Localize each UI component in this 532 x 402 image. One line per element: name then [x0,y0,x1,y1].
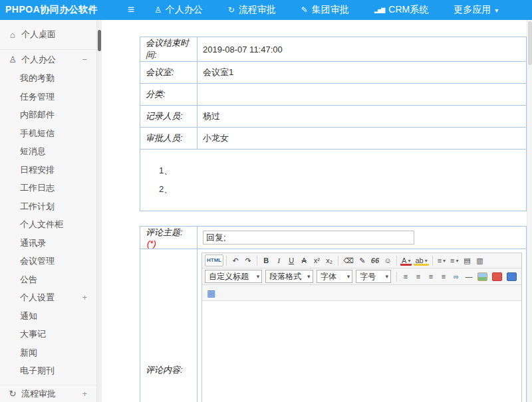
nav-label: 更多应用 [454,4,491,16]
sidebar-item[interactable]: 电子期刊 [0,361,96,380]
field-label: 会议室: [140,62,198,84]
sidebar-item[interactable]: 个人设置+ [0,288,96,307]
horizontal-rule-button[interactable]: — [463,270,475,282]
sidebar-section-personal-office[interactable]: ♙ 个人办公 − [0,50,96,69]
nav-item-personal-office[interactable]: ♙ 个人办公 [154,4,203,16]
bar-chart-icon: ▂▅▇ [374,7,384,13]
app-title: PHPOA协同办公软件 [0,4,128,16]
sidebar-scrollbar-thumb[interactable] [98,30,101,51]
sidebar-section-label: 流程审批 [21,388,56,400]
sidebar-item[interactable]: 公告 [0,270,96,289]
content-line: 2、 [159,180,526,199]
person-icon: ♙ [154,5,162,15]
eraser-icon[interactable]: ⌫ [341,254,356,266]
blockquote-button[interactable]: 66 [369,254,381,266]
insert-image-icon[interactable] [477,272,487,281]
sidebar-item[interactable]: 工作计划 [0,197,96,216]
font-size-select[interactable]: 字号 [356,270,391,283]
document-alt-icon[interactable]: ▥ [474,254,486,266]
unordered-list-button[interactable]: ≡ [448,254,460,266]
font-color-button[interactable]: A [400,254,412,266]
custom-heading-select[interactable]: 自定义标题 [205,270,262,283]
comment-subject-label: 评论主题:(*) [140,227,198,249]
field-value: 小龙女 [198,128,527,150]
attachment-icon[interactable] [507,272,517,281]
sidebar-scrollbar[interactable] [97,20,102,402]
align-justify-button[interactable]: ≡ [438,270,450,282]
collapse-icon[interactable]: − [82,54,87,64]
sidebar-item[interactable]: 会议管理 [0,252,96,270]
emoticon-icon[interactable]: ☺ [382,254,394,266]
expand-icon[interactable]: + [82,389,87,399]
html-source-button[interactable]: HTML [205,254,223,266]
sidebar-item[interactable]: 日程安排 [0,161,96,179]
sidebar-item[interactable]: 工作日志 [0,179,96,197]
nav-item-workflow-approval[interactable]: ↻ 流程审批 [228,4,276,16]
undo-icon[interactable]: ↶ [229,254,241,266]
sidebar-item[interactable]: 新闻 [0,344,96,362]
underline-button[interactable]: U [285,254,297,266]
sidebar-item-desktop[interactable]: ⌂ 个人桌面 [0,20,96,50]
nav-item-group-approval[interactable]: ✎ 集团审批 [301,4,349,16]
separator [432,256,433,266]
separator [257,256,257,266]
sidebar-item[interactable]: 任务管理 [0,88,96,106]
background-color-button[interactable]: ab [413,254,429,266]
nav-item-crm[interactable]: ▂▅▇ CRM系统 [374,4,428,16]
comment-editor-cell: HTML ↶ ↷ B I U A x² x₂ ⌫ ✎ 66 [198,249,527,402]
table-row: 会议结束时间: 2019-08-07 11:47:00 [140,37,527,62]
topbar: PHPOA协同办公软件 ≡ ♙ 个人办公 ↻ 流程审批 ✎ 集团审批 ▂▅▇ C… [0,0,532,20]
main-scrollbar[interactable] [527,20,532,402]
expand-icon[interactable]: + [82,288,87,307]
redo-icon[interactable]: ↷ [242,254,254,266]
align-left-button[interactable]: ≡ [400,270,412,282]
sidebar-item[interactable]: 通知 [0,307,96,326]
table-row: 评论内容: HTML ↶ ↷ B I U A x² x [140,249,527,402]
sidebar-item[interactable]: 通讯录 [0,234,96,252]
field-value: 2019-08-07 11:47:00 [198,37,527,62]
top-nav: ♙ 个人办公 ↻ 流程审批 ✎ 集团审批 ▂▅▇ CRM系统 更多应用 ▾ [154,4,498,16]
ordered-list-button[interactable]: ≡ [436,254,448,266]
paragraph-format-select[interactable]: 段落格式 [265,270,313,283]
link-icon[interactable]: ∞ [450,270,462,282]
field-value [198,84,527,106]
sidebar-item[interactable]: 大事记 [0,325,96,344]
separator [396,256,397,266]
sidebar-item[interactable]: 我的考勤 [0,69,96,88]
document-icon[interactable]: ▤ [462,254,473,266]
insert-media-icon[interactable] [492,272,502,281]
nav-label: 个人办公 [166,4,203,16]
editor-toolbar-row3: ▦ [202,285,521,301]
align-right-button[interactable]: ≡ [425,270,437,282]
sidebar-item[interactable]: 手机短信 [0,124,96,143]
font-family-select[interactable]: 字体 [317,270,353,283]
comment-subject-cell [198,227,527,249]
comment-content-label: 评论内容: [140,249,198,402]
main-scrollbar-thumb[interactable] [528,21,532,65]
editor-toolbar-row1: HTML ↶ ↷ B I U A x² x₂ ⌫ ✎ 66 [202,253,521,268]
menu-icon[interactable]: ≡ [128,3,134,17]
align-center-button[interactable]: ≡ [412,270,424,282]
field-label: 会议结束时间: [140,37,198,62]
bold-button[interactable]: B [260,254,272,266]
chevron-down-icon: ▾ [495,7,498,14]
separator [396,272,397,282]
subscript-button[interactable]: x₂ [323,254,335,266]
home-icon: ⌂ [4,30,21,40]
comment-subject-input[interactable] [203,231,414,245]
italic-button[interactable]: I [273,254,285,266]
comment-content-editor[interactable] [202,301,521,402]
meeting-content-cell: 1、 2、 [140,150,527,211]
format-brush-icon[interactable]: ✎ [356,254,368,266]
field-value: 会议室1 [198,62,527,84]
nav-item-more-apps[interactable]: 更多应用 ▾ [454,4,498,16]
meeting-detail-table: 会议结束时间: 2019-08-07 11:47:00 会议室: 会议室1 分类… [140,37,527,211]
strikethrough-button[interactable]: A [298,254,310,266]
insert-table-icon[interactable]: ▦ [205,287,217,299]
sidebar-item[interactable]: 内部邮件 [0,106,96,124]
sidebar-item[interactable]: 短消息 [0,142,96,161]
superscript-button[interactable]: x² [311,254,323,266]
sidebar-section-workflow[interactable]: ↻ 流程审批 + [0,385,96,402]
sidebar-item[interactable]: 个人文件柜 [0,215,96,234]
edit-doc-icon: ✎ [301,5,308,15]
